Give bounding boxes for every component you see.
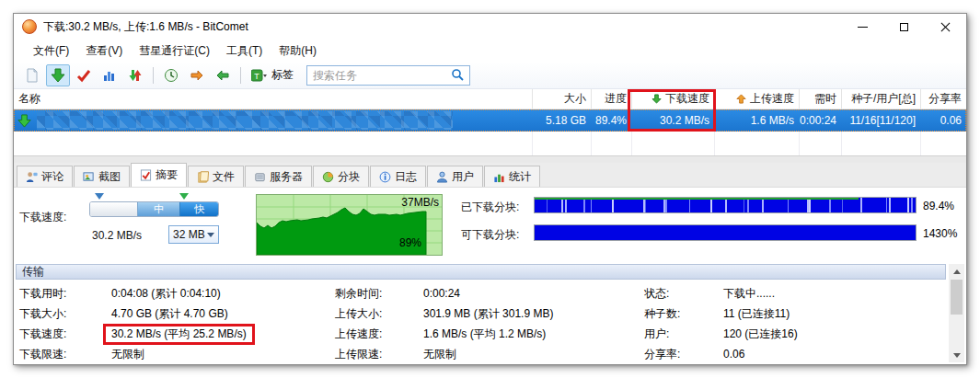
orange-arrow-icon: [190, 68, 204, 83]
transfer-value: 下载中......: [723, 286, 944, 302]
menu-help[interactable]: 帮助(H): [271, 40, 325, 62]
transfer-label: 种子数:: [644, 306, 723, 322]
tag-button[interactable]: T 标签: [246, 65, 299, 85]
move-up-queue-button[interactable]: [185, 64, 209, 86]
server-icon: [254, 171, 266, 183]
pieces-downloaded-value: 89.4%: [923, 200, 954, 212]
maximize-icon: [900, 23, 908, 31]
transfer-scrollbar[interactable]: [949, 264, 964, 362]
horizontal-splitter[interactable]: [14, 155, 966, 163]
transfer-value: 0:04:08 (累计 0:04:10): [111, 286, 335, 302]
pieces-downloaded-bar: [534, 197, 917, 213]
transfer-section-header: 传输: [16, 264, 946, 280]
tab-files[interactable]: 文件: [188, 166, 244, 187]
column-header-share-ratio[interactable]: 分享率: [920, 89, 966, 109]
transfer-label: 下载速度:: [19, 326, 111, 342]
task-upload-speed: 1.6 MB/s: [714, 109, 799, 132]
pieces-available-value: 1430%: [923, 227, 957, 240]
scroll-up-button[interactable]: [949, 264, 964, 279]
svg-text:T: T: [254, 71, 259, 80]
task-list-empty-area: [14, 132, 966, 155]
menu-bar: 文件(F) 查看(V) 彗星通行证(C) 工具(T) 帮助(H): [14, 40, 966, 62]
green-down-arrow-icon: [51, 68, 65, 83]
slider-marker-blue[interactable]: [95, 193, 104, 200]
statistics-button[interactable]: [98, 64, 121, 86]
close-button[interactable]: [925, 14, 966, 40]
column-header-eta[interactable]: 需时: [799, 89, 841, 109]
title-bar: 下载:30.2 MB/s, 上传:1.6 MB/s - BitComet: [14, 14, 966, 40]
column-header-peers[interactable]: 种子/用户[总]: [841, 89, 920, 109]
scheduler-button[interactable]: [159, 64, 183, 86]
slider-segment-fast: 快: [179, 202, 218, 216]
column-header-size[interactable]: 大小: [532, 89, 591, 109]
tab-trackers[interactable]: 服务器: [245, 166, 312, 187]
pieces-pie-icon: [322, 171, 334, 183]
speed-limit-slider[interactable]: 中 快: [89, 201, 219, 217]
transfer-label: 用户:: [644, 326, 723, 342]
pieces-available-bar: [534, 224, 917, 241]
transfer-value: 无限制: [111, 347, 335, 362]
transfer-label: 下载用时:: [19, 286, 111, 302]
up-down-arrows-icon: [128, 68, 143, 83]
tab-statistics[interactable]: 统计: [484, 166, 540, 187]
task-list: 名称 大小 进度 下载速度 上传速度 需时 种子/用户[总] 分享率 5.18 …: [14, 89, 966, 155]
pieces-stripes: [535, 198, 916, 212]
task-peers: 11/16[11/120]: [841, 109, 920, 132]
transfer-label: 剩余时间:: [335, 286, 423, 302]
minimize-button[interactable]: [842, 14, 883, 40]
slider-segment-medium: 中: [137, 202, 179, 216]
tab-summary[interactable]: 摘要: [131, 163, 187, 187]
summary-icon: [140, 169, 152, 181]
start-download-button[interactable]: [46, 64, 70, 86]
clock-icon: [164, 68, 179, 83]
slider-marker-green[interactable]: [179, 193, 189, 200]
transfer-value: 0.06: [723, 348, 944, 361]
speed-limit-dropdown[interactable]: 32 MB: [168, 225, 219, 244]
transfer-label: 下载限速:: [19, 347, 111, 362]
tab-peers[interactable]: 用户: [427, 166, 483, 187]
chevron-down-icon: [207, 233, 214, 237]
tab-pieces[interactable]: 分块: [313, 166, 369, 187]
download-arrow-icon: [651, 94, 662, 104]
transfer-label: 分享率:: [644, 347, 723, 362]
tag-button-label: 标签: [271, 67, 294, 83]
column-header-progress[interactable]: 进度: [591, 89, 631, 109]
close-icon: [940, 22, 951, 32]
scroll-down-icon: [953, 353, 961, 358]
search-input[interactable]: [307, 69, 451, 82]
scrollbar-thumb[interactable]: [951, 280, 963, 315]
transfer-value: 120 (已连接16): [723, 326, 944, 342]
menu-view[interactable]: 查看(V): [77, 40, 131, 62]
info-icon: [379, 171, 391, 183]
stop-task-button[interactable]: [72, 64, 96, 86]
tab-log[interactable]: 日志: [370, 166, 426, 187]
transfer-label: 状态:: [644, 286, 723, 302]
column-header-download-speed[interactable]: 下载速度: [631, 89, 714, 109]
search-icon[interactable]: [451, 68, 465, 82]
task-row-selected[interactable]: 5.18 GB 89.4% 30.2 MB/s 1.6 MB/s 0:00:24…: [14, 109, 966, 132]
menu-file[interactable]: 文件(F): [25, 40, 77, 62]
pieces-solid-fill: [535, 225, 916, 240]
menu-comet-passport[interactable]: 彗星通行证(C): [131, 40, 218, 62]
new-task-button[interactable]: [20, 64, 44, 86]
bitcomet-app-icon: [22, 19, 37, 34]
toolbar-separator: [153, 67, 154, 84]
menu-tools[interactable]: 工具(T): [218, 40, 271, 62]
speed-limit-button[interactable]: [123, 64, 147, 86]
task-eta: 0:00:24: [799, 109, 841, 132]
tab-comments[interactable]: 评论: [17, 166, 73, 187]
pieces-downloaded-label: 已下载分块:: [461, 200, 519, 215]
user-icon: [436, 171, 448, 183]
column-header-upload-speed[interactable]: 上传速度: [714, 89, 799, 109]
window-title: 下载:30.2 MB/s, 上传:1.6 MB/s - BitComet: [43, 19, 842, 35]
transfer-value: 11 (已连接11): [723, 306, 944, 322]
column-header-name[interactable]: 名称: [14, 89, 532, 109]
scroll-down-button[interactable]: [949, 348, 964, 362]
tab-snapshot[interactable]: 截图: [74, 166, 130, 187]
statistics-icon: [493, 171, 505, 183]
new-task-icon: [25, 68, 40, 83]
graph-percent-label: 89%: [399, 236, 421, 249]
move-down-queue-button[interactable]: [211, 64, 235, 86]
maximize-button[interactable]: [883, 14, 925, 40]
task-size: 5.18 GB: [532, 109, 591, 132]
